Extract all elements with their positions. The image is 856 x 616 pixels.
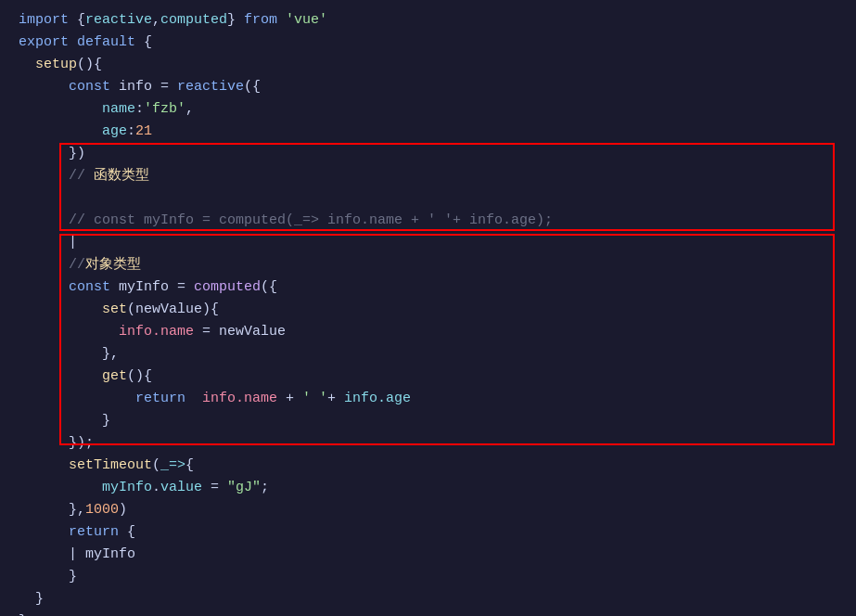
code-line: export default {: [0, 32, 856, 54]
code-line: //对象类型: [0, 254, 856, 276]
code-line: age:21: [0, 121, 856, 143]
code-line: },1000): [0, 499, 856, 521]
code-line: }: [0, 410, 856, 432]
code-line: // const myInfo = computed(_=> info.name…: [0, 210, 856, 232]
code-line: | myInfo: [0, 544, 856, 566]
code-line: import {reactive,computed} from 'vue': [0, 9, 856, 32]
keyword: import: [19, 9, 77, 32]
code-line: });: [0, 432, 856, 455]
code-line: myInfo.value = "gJ";: [0, 477, 856, 499]
code-line: [0, 187, 856, 210]
code-line: |: [0, 232, 856, 254]
code-line: return {: [0, 521, 856, 544]
code-line: const info = reactive({: [0, 76, 856, 98]
code-line: }: [0, 566, 856, 588]
code-line: get(){: [0, 366, 856, 388]
code-line: const myInfo = computed({: [0, 276, 856, 299]
code-editor: import {reactive,computed} from 'vue' ex…: [0, 0, 856, 616]
code-line: // 函数类型: [0, 165, 856, 187]
code-line: name:'fzb',: [0, 98, 856, 121]
code-line: }: [0, 610, 856, 616]
code-line: set(newValue){: [0, 299, 856, 321]
code-line: }: [0, 588, 856, 610]
code-line: setup(){: [0, 54, 856, 76]
code-line: return info.name + ' '+ info.age: [0, 388, 856, 410]
code-line: },: [0, 343, 856, 366]
code-line: }): [0, 143, 856, 165]
code-line: info.name = newValue: [0, 321, 856, 343]
code-line: setTimeout(_=>{: [0, 455, 856, 477]
